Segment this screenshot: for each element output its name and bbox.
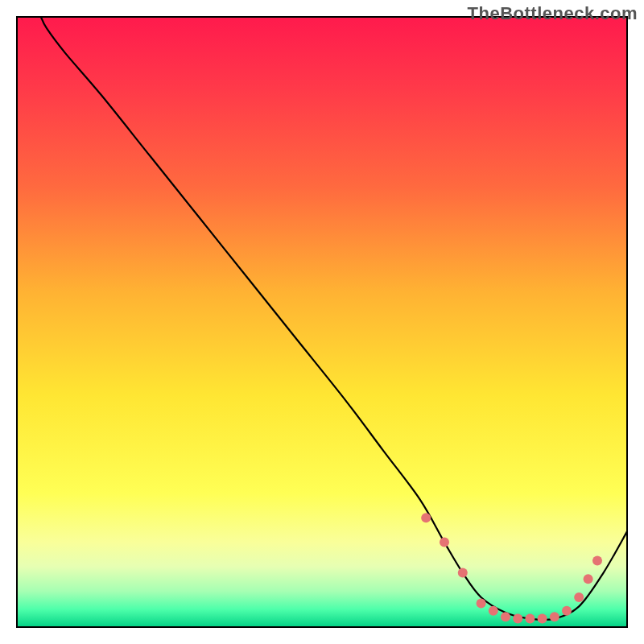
marker-dot xyxy=(584,574,593,584)
curve-layer xyxy=(16,16,628,628)
marker-dot xyxy=(574,592,584,602)
plot-area xyxy=(16,16,628,628)
marker-dot xyxy=(489,606,498,616)
marker-dot xyxy=(562,606,572,616)
marker-dot xyxy=(421,513,431,522)
marker-dot xyxy=(440,538,449,547)
marker-dot xyxy=(458,568,468,578)
marker-dot xyxy=(592,555,602,565)
marker-dot xyxy=(513,614,522,624)
marker-dot xyxy=(538,614,547,624)
watermark-text: TheBottleneck.com xyxy=(468,3,638,24)
marker-dot xyxy=(525,614,535,624)
marker-dot xyxy=(501,612,510,621)
marker-group xyxy=(421,513,602,623)
chart-container: TheBottleneck.com xyxy=(0,0,644,644)
bottleneck-curve-path xyxy=(40,16,628,620)
marker-dot xyxy=(477,599,486,609)
marker-dot xyxy=(550,612,559,621)
